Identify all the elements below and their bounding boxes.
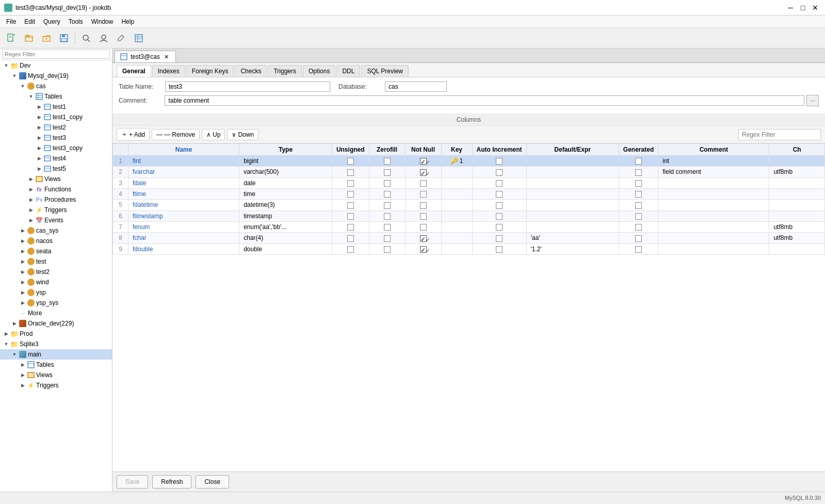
table-row[interactable]: 5 fdatetime datetime(3)	[113, 200, 825, 210]
cell-type[interactable]: time	[239, 188, 332, 199]
sidebar-item-seata[interactable]: ▶ seata	[0, 246, 112, 256]
subtab-ddl[interactable]: DDL	[336, 65, 360, 77]
table-name-input[interactable]	[165, 82, 330, 92]
cell-default[interactable]	[526, 156, 619, 167]
cell-generated[interactable]	[619, 188, 658, 199]
checkbox[interactable]	[496, 158, 503, 165]
checkbox[interactable]	[420, 202, 427, 209]
table-row[interactable]: 9 fdouble double ✓ '1.2'	[113, 243, 825, 254]
cell-type[interactable]: enum('aa','bb'...	[239, 221, 332, 232]
cell-type[interactable]: datetime(3)	[239, 200, 332, 210]
checkbox[interactable]	[347, 224, 354, 231]
add-column-button[interactable]: ＋ + Add	[117, 128, 150, 141]
sidebar-regex-filter[interactable]	[2, 50, 110, 59]
sidebar-item-main[interactable]: ▼ main	[0, 349, 112, 360]
cell-generated[interactable]	[619, 210, 658, 221]
cell-name[interactable]: ftimestamp	[128, 210, 239, 221]
cell-autoincrement[interactable]	[472, 243, 526, 254]
cell-autoincrement[interactable]	[472, 177, 526, 188]
checkbox[interactable]	[635, 246, 642, 253]
cell-unsigned[interactable]	[332, 200, 369, 210]
sidebar-item-procedures[interactable]: ▶ Px Procedures	[0, 194, 112, 205]
table-row[interactable]: 6 ftimestamp timestamp	[113, 210, 825, 221]
cell-name[interactable]: fdouble	[128, 243, 239, 254]
cell-default[interactable]: 'aa'	[526, 233, 619, 243]
table-row[interactable]: 3 fdate date	[113, 177, 825, 188]
close-button[interactable]: ✕	[810, 2, 821, 13]
sidebar-item-more[interactable]: ··· More	[0, 308, 112, 318]
cell-type[interactable]: char(4)	[239, 233, 332, 243]
checkbox[interactable]	[347, 169, 354, 176]
cell-notnull[interactable]: ✓	[405, 167, 441, 177]
checkbox[interactable]: ✓	[420, 235, 427, 242]
sidebar-item-oracle-dev[interactable]: ▶ Oracle_dev(229)	[0, 318, 112, 329]
cell-zerofill[interactable]	[369, 177, 405, 188]
folder-button[interactable]: ▼	[38, 30, 55, 46]
checkbox[interactable]: ✓	[420, 246, 427, 253]
cell-zerofill[interactable]	[369, 200, 405, 210]
cell-generated[interactable]	[619, 233, 658, 243]
sidebar-item-test4[interactable]: ▶ test4	[0, 153, 112, 164]
cell-notnull[interactable]: ✓	[405, 156, 441, 167]
checkbox[interactable]	[635, 224, 642, 231]
new-button[interactable]	[3, 30, 20, 46]
checkbox[interactable]	[496, 202, 503, 209]
cell-name[interactable]: fdate	[128, 177, 239, 188]
cell-generated[interactable]	[619, 156, 658, 167]
sidebar-item-events[interactable]: ▶ 📅 Events	[0, 215, 112, 225]
down-column-button[interactable]: ∨ Down	[227, 129, 258, 140]
tab-test3[interactable]: test3@cas ✕	[115, 51, 176, 62]
sidebar-item-test2-schema[interactable]: ▶ test2	[0, 267, 112, 277]
cell-name[interactable]: fint	[128, 156, 239, 167]
sidebar-item-functions[interactable]: ▶ fx Functions	[0, 184, 112, 194]
table-row[interactable]: 4 ftime time	[113, 188, 825, 199]
sidebar-item-test3[interactable]: ▶ test3	[0, 133, 112, 143]
checkbox[interactable]	[635, 180, 642, 187]
checkbox[interactable]	[420, 213, 427, 220]
checkbox[interactable]	[420, 180, 427, 187]
sidebar-item-sqlite-triggers[interactable]: ▶ ⚡ Triggers	[0, 380, 112, 391]
cell-name[interactable]: ftime	[128, 188, 239, 199]
cell-autoincrement[interactable]	[472, 188, 526, 199]
sidebar-item-cas[interactable]: ▼ cas	[0, 81, 112, 91]
checkbox[interactable]	[347, 180, 354, 187]
cell-zerofill[interactable]	[369, 221, 405, 232]
cell-type[interactable]: date	[239, 177, 332, 188]
cell-notnull[interactable]	[405, 210, 441, 221]
table-icon-button[interactable]	[131, 30, 147, 46]
sidebar-item-cas-sys[interactable]: ▶ cas_sys	[0, 225, 112, 236]
cell-unsigned[interactable]	[332, 177, 369, 188]
sidebar-item-dev[interactable]: ▼ 📁 Dev	[0, 60, 112, 71]
cell-unsigned[interactable]	[332, 221, 369, 232]
checkbox[interactable]	[384, 224, 391, 231]
search-button[interactable]	[78, 30, 94, 46]
checkbox[interactable]	[384, 202, 391, 209]
checkbox[interactable]	[384, 180, 391, 187]
checkbox[interactable]	[347, 246, 354, 253]
subtab-indexes[interactable]: Indexes	[152, 65, 185, 77]
cell-type[interactable]: bigint	[239, 156, 332, 167]
checkbox[interactable]	[635, 213, 642, 220]
table-row[interactable]: 7 fenum enum('aa','bb'... utf8mb	[113, 221, 825, 232]
sidebar-item-ysp-sys[interactable]: ▶ ysp_sys	[0, 298, 112, 308]
subtab-checks[interactable]: Checks	[235, 65, 267, 77]
cell-autoincrement[interactable]	[472, 210, 526, 221]
sidebar-item-sqlite3[interactable]: ▼ 📁 Sqlite3	[0, 339, 112, 349]
open-button[interactable]	[21, 30, 37, 46]
checkbox[interactable]	[347, 235, 354, 242]
cell-unsigned[interactable]	[332, 243, 369, 254]
sidebar-item-views[interactable]: ▶ Views	[0, 174, 112, 184]
cell-autoincrement[interactable]	[472, 221, 526, 232]
cell-zerofill[interactable]	[369, 243, 405, 254]
cell-type[interactable]: varchar(500)	[239, 167, 332, 177]
checkbox[interactable]	[347, 213, 354, 220]
checkbox[interactable]	[496, 180, 503, 187]
sidebar-item-test1-copy[interactable]: ▶ test1_copy	[0, 112, 112, 122]
cell-name[interactable]: fenum	[128, 221, 239, 232]
edit-button[interactable]	[113, 30, 130, 46]
subtab-options[interactable]: Options	[303, 65, 335, 77]
sidebar-item-tables[interactable]: ▼ Tables	[0, 91, 112, 102]
cell-notnull[interactable]: ✓	[405, 243, 441, 254]
menu-file[interactable]: File	[2, 17, 20, 26]
close-button[interactable]: Close	[196, 475, 229, 489]
